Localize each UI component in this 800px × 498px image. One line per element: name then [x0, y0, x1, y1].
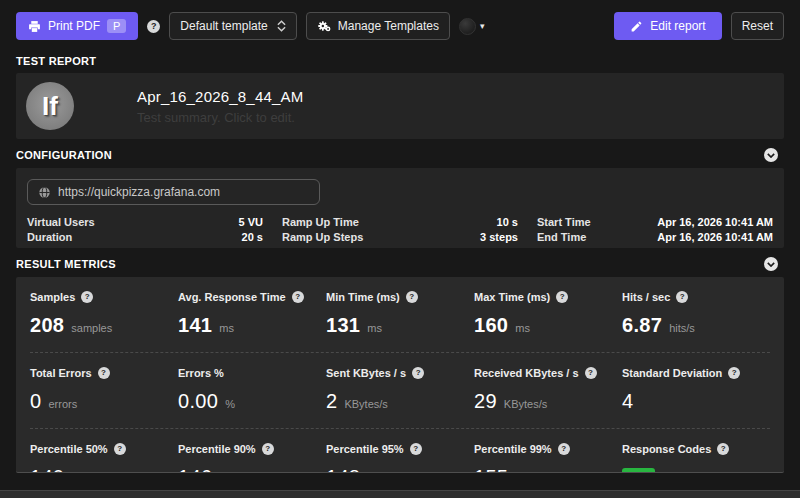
- config-field-label: Duration: [27, 230, 72, 245]
- metric-label: Min Time (ms): [326, 291, 400, 303]
- metric-label: Standard Deviation: [622, 367, 722, 379]
- config-field-label: End Time: [537, 230, 586, 245]
- help-icon[interactable]: ?: [585, 367, 597, 379]
- report-subtitle[interactable]: Test summary. Click to edit.: [137, 110, 303, 125]
- logo-dropdown[interactable]: ▾: [459, 18, 485, 35]
- metric-unit: hits/s: [669, 322, 695, 334]
- metric-label: Sent KBytes / s: [326, 367, 406, 379]
- metric-unit: ms: [515, 322, 530, 334]
- metric-card-errors-pct: Errors % 0.00%: [178, 367, 326, 413]
- help-icon[interactable]: ?: [147, 20, 160, 33]
- report-title[interactable]: Apr_16_2026_8_44_AM: [137, 88, 303, 105]
- metric-label: Max Time (ms): [474, 291, 550, 303]
- help-icon[interactable]: ?: [728, 367, 740, 379]
- help-icon[interactable]: ?: [676, 291, 688, 303]
- help-icon[interactable]: ?: [558, 443, 570, 455]
- printer-icon: [28, 20, 41, 33]
- edit-report-button[interactable]: Edit report: [614, 12, 721, 40]
- metric-unit: KBytes/s: [344, 398, 387, 410]
- report-text-block: Apr_16_2026_8_44_AM Test summary. Click …: [137, 88, 303, 125]
- metric-label: Errors %: [178, 367, 224, 379]
- metric-value: 29: [474, 390, 497, 413]
- template-select-value: Default template: [180, 19, 267, 33]
- help-icon[interactable]: ?: [262, 443, 274, 455]
- config-field-value: 3 steps: [480, 230, 518, 245]
- help-icon[interactable]: ?: [98, 367, 110, 379]
- help-icon[interactable]: ?: [81, 291, 93, 303]
- template-select[interactable]: Default template: [169, 12, 296, 40]
- config-field: Virtual Users 5 VU: [27, 215, 263, 230]
- configuration-collapse-chevron-icon[interactable]: [764, 148, 778, 162]
- target-url-input[interactable]: https://quickpizza.grafana.com: [27, 179, 320, 205]
- metric-card-total-errors: Total Errors? 0errors: [30, 367, 178, 413]
- help-icon[interactable]: ?: [292, 291, 304, 303]
- help-icon[interactable]: ?: [114, 443, 126, 455]
- reset-label: Reset: [742, 19, 773, 33]
- manage-templates-label: Manage Templates: [338, 19, 439, 33]
- target-url-text: https://quickpizza.grafana.com: [58, 185, 220, 199]
- metric-card-percentile-95: Percentile 95%? 148ms: [326, 443, 474, 473]
- metric-card-percentile-50: Percentile 50%? 140ms: [30, 443, 178, 473]
- metric-value: 0: [30, 390, 41, 413]
- metric-unit: errors: [48, 398, 77, 410]
- print-pdf-shortcut-badge: P: [107, 19, 126, 33]
- config-field-label: Virtual Users: [27, 215, 95, 230]
- help-icon[interactable]: ?: [406, 291, 418, 303]
- help-icon[interactable]: ?: [717, 443, 729, 455]
- configuration-rows: Virtual Users 5 VU Ramp Up Time 10 s Sta…: [27, 215, 773, 245]
- logo-circle-icon: [459, 18, 476, 35]
- help-icon[interactable]: ?: [410, 443, 422, 455]
- metric-label: Percentile 90%: [178, 443, 256, 455]
- response-code-badge[interactable]: 200: [622, 468, 655, 473]
- report-avatar[interactable]: If: [26, 82, 74, 130]
- configuration-row: Virtual Users 5 VU Ramp Up Time 10 s Sta…: [27, 215, 773, 230]
- result-metrics-panel: Samples? 208samples Avg. Response Time? …: [16, 277, 784, 473]
- configuration-panel: https://quickpizza.grafana.com Virtual U…: [16, 168, 784, 248]
- config-field: Ramp Up Steps 3 steps: [282, 230, 518, 245]
- config-field-value: 20 s: [242, 230, 263, 245]
- bottom-scrollbar-track[interactable]: [0, 490, 800, 498]
- metric-unit: %: [225, 398, 235, 410]
- config-field-value: Apr 16, 2026 10:41 AM: [657, 230, 773, 245]
- config-field: End Time Apr 16, 2026 10:41 AM: [537, 230, 773, 245]
- metric-card-samples: Samples? 208samples: [30, 291, 178, 337]
- metric-card-received-kbytes: Received KBytes / s? 29KBytes/s: [474, 367, 622, 413]
- metric-label: Avg. Response Time: [178, 291, 286, 303]
- config-field: Duration 20 s: [27, 230, 263, 245]
- caret-down-icon: ▾: [480, 21, 485, 31]
- metric-card-max-time: Max Time (ms)? 160ms: [474, 291, 622, 337]
- reset-button[interactable]: Reset: [731, 12, 784, 40]
- result-metrics-header: RESULT METRICS: [16, 257, 784, 271]
- metric-value: 148: [326, 466, 360, 473]
- metric-card-sent-kbytes: Sent KBytes / s? 2KBytes/s: [326, 367, 474, 413]
- metric-value: 146: [178, 466, 212, 473]
- metric-row: Total Errors? 0errors Errors % 0.00% Sen…: [30, 352, 770, 428]
- metric-card-response-codes: Response Codes? 200 View all (1): [622, 443, 770, 473]
- print-pdf-button[interactable]: Print PDF P: [16, 12, 138, 40]
- manage-templates-button[interactable]: Manage Templates: [306, 12, 450, 40]
- result-metrics-section-title: RESULT METRICS: [16, 258, 116, 270]
- metric-unit: KBytes/s: [504, 398, 547, 410]
- metric-label: Total Errors: [30, 367, 92, 379]
- metric-value: 155: [474, 466, 508, 473]
- metric-card-standard-deviation: Standard Deviation? 4: [622, 367, 770, 413]
- configuration-header: CONFIGURATION: [16, 148, 784, 162]
- config-field-label: Ramp Up Steps: [282, 230, 363, 245]
- help-icon[interactable]: ?: [556, 291, 568, 303]
- metric-label: Percentile 95%: [326, 443, 404, 455]
- config-field-label: Ramp Up Time: [282, 215, 359, 230]
- config-field-value: Apr 16, 2026 10:41 AM: [657, 215, 773, 230]
- metric-value: 160: [474, 314, 508, 337]
- metric-value: 141: [178, 314, 212, 337]
- view-all-link[interactable]: View all (1): [710, 472, 762, 474]
- metric-value: 0.00: [178, 390, 218, 413]
- metric-value: 2: [326, 390, 337, 413]
- metric-label: Hits / sec: [622, 291, 670, 303]
- config-field-value: 5 VU: [239, 215, 263, 230]
- metric-value: 4: [622, 390, 633, 413]
- metric-value: 208: [30, 314, 64, 337]
- print-pdf-label: Print PDF: [48, 19, 100, 33]
- metric-label: Percentile 99%: [474, 443, 552, 455]
- result-metrics-collapse-chevron-icon[interactable]: [764, 257, 778, 271]
- help-icon[interactable]: ?: [412, 367, 424, 379]
